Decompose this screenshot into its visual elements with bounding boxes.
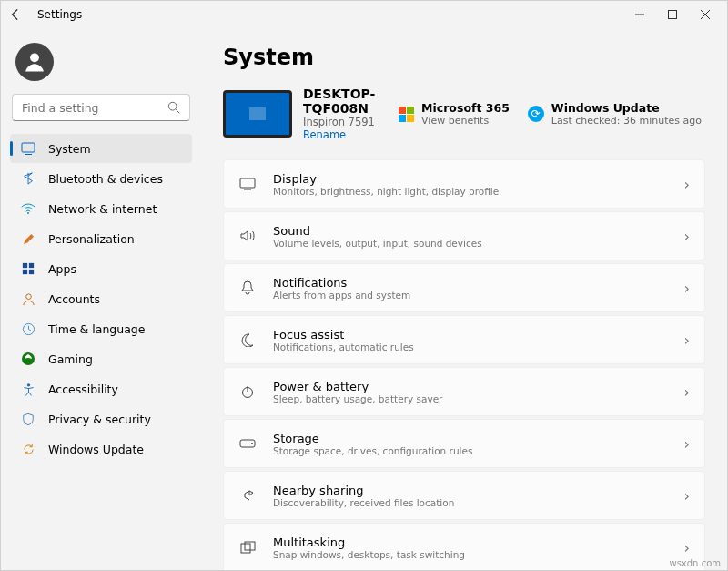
rename-link[interactable]: Rename	[303, 128, 384, 141]
avatar[interactable]	[15, 43, 54, 81]
apps-icon	[21, 261, 35, 276]
user-icon	[22, 49, 47, 75]
chevron-right-icon: ›	[684, 331, 690, 349]
shield-icon	[21, 412, 35, 426]
sidebar-item-apps[interactable]: Apps	[10, 254, 192, 283]
li-title: Storage	[273, 432, 668, 445]
search-icon	[167, 101, 180, 114]
clock-icon	[21, 321, 35, 336]
svg-point-12	[25, 293, 31, 299]
wifi-icon	[21, 201, 35, 216]
item-storage[interactable]: StorageStorage space, drives, configurat…	[223, 419, 705, 468]
gaming-icon	[21, 352, 35, 366]
pc-info: DESKTOP-TQF008N Inspiron 7591 Rename	[303, 87, 384, 141]
svg-point-7	[27, 212, 29, 214]
item-focus-assist[interactable]: Focus assistNotifications, automatic rul…	[223, 315, 705, 364]
accounts-icon	[21, 291, 35, 306]
sidebar-item-system[interactable]: System	[10, 134, 192, 163]
share-icon	[238, 488, 257, 503]
li-title: Multitasking	[273, 535, 668, 549]
item-notifications[interactable]: NotificationsAlerts from apps and system…	[223, 263, 705, 312]
maximize-button[interactable]	[656, 1, 689, 28]
chevron-right-icon: ›	[684, 435, 690, 453]
sidebar-item-update[interactable]: Windows Update	[10, 434, 192, 464]
nav-label: System	[48, 142, 91, 156]
chevron-right-icon: ›	[684, 176, 690, 193]
bluetooth-icon	[21, 171, 35, 186]
svg-rect-9	[29, 263, 34, 268]
search-field[interactable]	[22, 101, 167, 115]
li-sub: Alerts from apps and system	[273, 290, 668, 301]
svg-rect-10	[23, 270, 27, 274]
minimize-button[interactable]	[623, 1, 656, 28]
sound-icon	[238, 229, 257, 243]
item-multitasking[interactable]: MultitaskingSnap windows, desktops, task…	[223, 523, 705, 570]
maximize-icon	[668, 10, 677, 19]
svg-point-21	[251, 443, 253, 444]
nav-label: Apps	[48, 262, 76, 276]
close-button[interactable]	[689, 1, 722, 28]
pc-name: DESKTOP-TQF008N	[303, 87, 384, 116]
li-title: Power & battery	[273, 380, 668, 393]
ms365-sub: View benefits	[421, 115, 510, 127]
li-sub: Storage space, drives, configuration rul…	[273, 445, 668, 456]
chevron-right-icon: ›	[684, 228, 690, 245]
li-sub: Discoverability, received files location	[273, 497, 668, 508]
nav-list: System Bluetooth & devices Network & int…	[6, 134, 196, 563]
titlebar: Settings	[1, 1, 727, 28]
svg-point-15	[26, 383, 29, 386]
close-icon	[701, 10, 710, 19]
li-sub: Monitors, brightness, night light, displ…	[273, 186, 668, 197]
update-icon	[21, 442, 35, 456]
nav-label: Accessibility	[48, 382, 118, 396]
nav-label: Privacy & security	[48, 413, 151, 426]
sidebar-item-accounts[interactable]: Accounts	[10, 284, 192, 313]
nav-label: Network & internet	[48, 202, 157, 216]
system-icon	[21, 141, 35, 156]
pc-model: Inspiron 7591	[303, 116, 384, 128]
watermark: wsxdn.com	[669, 558, 721, 568]
sidebar-item-gaming[interactable]: Gaming	[10, 344, 192, 373]
svg-line-4	[176, 109, 179, 113]
svg-point-2	[30, 53, 39, 62]
sidebar-item-bluetooth[interactable]: Bluetooth & devices	[10, 164, 192, 193]
item-nearby[interactable]: Nearby sharingDiscoverability, received …	[223, 471, 705, 520]
windows-update-link[interactable]: ⟳ Windows Update Last checked: 36 minute…	[524, 101, 705, 127]
svg-rect-8	[23, 263, 27, 268]
svg-rect-1	[669, 11, 677, 19]
sidebar-item-personalization[interactable]: Personalization	[10, 224, 192, 253]
sidebar-item-time[interactable]: Time & language	[10, 314, 192, 343]
minimize-icon	[635, 10, 644, 19]
storage-icon	[238, 439, 257, 448]
sidebar: System Bluetooth & devices Network & int…	[1, 28, 201, 570]
back-button[interactable]	[6, 5, 25, 24]
ms365-link[interactable]: Microsoft 365 View benefits	[395, 101, 513, 127]
wu-sub: Last checked: 36 minutes ago	[551, 115, 702, 127]
window-title: Settings	[37, 8, 82, 21]
sidebar-item-privacy[interactable]: Privacy & security	[10, 404, 192, 433]
li-sub: Snap windows, desktops, task switching	[273, 549, 668, 560]
svg-rect-5	[22, 143, 35, 152]
page-title: System	[223, 45, 705, 70]
svg-rect-11	[29, 270, 34, 274]
moon-icon	[238, 332, 257, 347]
nav-label: Time & language	[48, 322, 145, 336]
svg-point-3	[168, 102, 177, 110]
display-icon	[238, 177, 257, 191]
chevron-right-icon: ›	[684, 539, 690, 556]
sidebar-item-network[interactable]: Network & internet	[10, 194, 192, 223]
arrow-left-icon	[9, 8, 22, 21]
chevron-right-icon: ›	[684, 487, 690, 505]
item-power[interactable]: Power & batterySleep, battery usage, bat…	[223, 367, 705, 416]
settings-list: DisplayMonitors, brightness, night light…	[223, 159, 705, 570]
sidebar-item-accessibility[interactable]: Accessibility	[10, 374, 192, 403]
li-sub: Volume levels, output, input, sound devi…	[273, 238, 668, 249]
power-icon	[238, 384, 257, 399]
search-input[interactable]	[12, 94, 190, 121]
svg-rect-16	[240, 178, 255, 188]
item-display[interactable]: DisplayMonitors, brightness, night light…	[223, 159, 705, 209]
nav-label: Bluetooth & devices	[48, 172, 163, 186]
li-sub: Notifications, automatic rules	[273, 342, 668, 352]
item-sound[interactable]: SoundVolume levels, output, input, sound…	[223, 211, 705, 260]
paintbrush-icon	[21, 231, 35, 246]
